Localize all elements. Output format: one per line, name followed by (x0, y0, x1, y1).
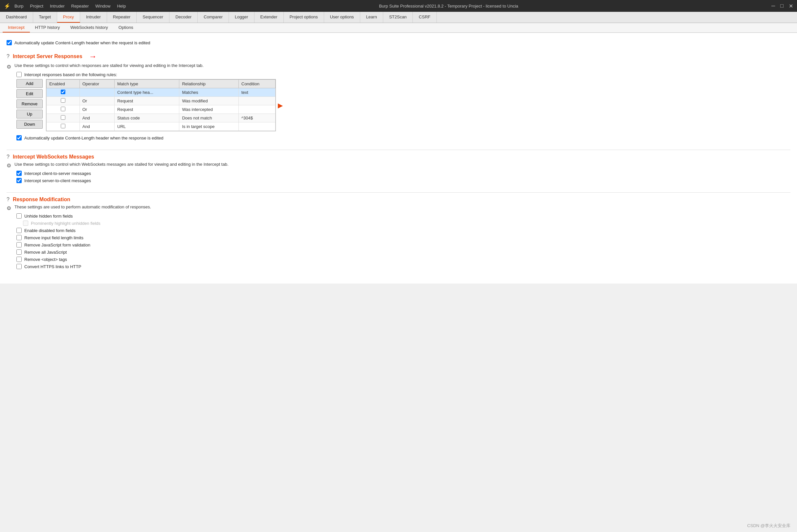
tab-proxy[interactable]: Proxy (57, 12, 80, 23)
response-mod-checkbox-6[interactable] (16, 256, 22, 262)
section-desc-intercept: Use these settings to control which resp… (15, 63, 204, 68)
action-buttons: Add Edit Remove Up Down (16, 79, 43, 129)
rules-table-area: Add Edit Remove Up Down Enabled Operator… (16, 79, 791, 131)
bottom-checkbox[interactable] (16, 135, 22, 140)
menu-help[interactable]: Help (117, 4, 126, 8)
top-checkbox-row: Automatically update Content-Length head… (6, 40, 791, 45)
title-bar-controls: ─ □ ✕ (772, 3, 793, 9)
top-checkbox[interactable] (6, 40, 12, 45)
table-row: AndURLIs in target scope (47, 122, 276, 131)
response-mod-label-1: Prominently highlight unhidden fields (31, 221, 100, 226)
menu-intruder[interactable]: Intruder (50, 4, 65, 8)
col-matchtype: Match type (115, 80, 179, 88)
response-mod-label-0: Unhide hidden form fields (24, 214, 73, 218)
section-desc-response-mod: These settings are used to perform autom… (15, 205, 151, 209)
response-mod-checkbox-7[interactable] (16, 264, 22, 269)
response-mod-checkbox-row-4: Remove JavaScript form validation (16, 242, 791, 247)
rule-relationship: Matches (179, 88, 239, 97)
tab-learn[interactable]: Learn (360, 12, 383, 23)
subtab-websockets-history[interactable]: WebSockets history (65, 23, 113, 33)
response-mod-checkbox-5[interactable] (16, 249, 22, 255)
close-button[interactable]: ✕ (789, 3, 793, 9)
intercept-rules-checkbox[interactable] (16, 72, 22, 77)
rule-operator: Or (79, 106, 114, 114)
intercept-server-responses-section: ? Intercept Server Responses → ⚙ Use the… (6, 52, 791, 140)
tab-csrf[interactable]: CSRF (413, 12, 437, 23)
subtab-intercept[interactable]: Intercept (3, 23, 30, 33)
ws-checkbox-2-row: Intercept server-to-client messages (16, 178, 791, 183)
help-icon-websockets[interactable]: ? (6, 154, 10, 160)
response-mod-label-3: Remove input field length limits (24, 235, 84, 240)
up-button[interactable]: Up (16, 110, 43, 118)
rule-enabled-checkbox-1[interactable] (61, 98, 66, 103)
rule-match-type: Status code (115, 114, 179, 122)
title-bar-menu: Burp Project Intruder Repeater Window He… (15, 4, 126, 8)
rule-condition: ^304$ (239, 114, 276, 122)
tab-logger[interactable]: Logger (229, 12, 254, 23)
rule-condition (239, 106, 276, 114)
menu-project[interactable]: Project (30, 4, 43, 8)
tab-project-options[interactable]: Project options (284, 12, 324, 23)
tab-decoder[interactable]: Decoder (169, 12, 198, 23)
tab-repeater[interactable]: Repeater (107, 12, 136, 23)
gear-icon-intercept[interactable]: ⚙ (6, 64, 11, 70)
tab-comparer[interactable]: Comparer (198, 12, 229, 23)
section-desc-websockets: Use these settings to control which WebS… (15, 162, 228, 167)
col-relationship: Relationship (179, 80, 239, 88)
ws-client-to-server-checkbox[interactable] (16, 171, 22, 176)
add-button[interactable]: Add (16, 79, 43, 88)
tab-user-options[interactable]: User options (324, 12, 360, 23)
response-mod-checkbox-row-7: Convert HTTPS links to HTTP (16, 264, 791, 269)
rules-table: Enabled Operator Match type Relationship… (46, 79, 276, 131)
response-mod-label-5: Remove all JavaScript (24, 250, 67, 255)
rule-condition: text (239, 88, 276, 97)
minimize-button[interactable]: ─ (772, 3, 775, 9)
rule-relationship: Was modified (179, 97, 239, 106)
rule-operator: And (79, 122, 114, 131)
remove-button[interactable]: Remove (16, 99, 43, 108)
response-mod-checkbox-row-2: Enable disabled form fields (16, 228, 791, 233)
subtab-http-history[interactable]: HTTP history (30, 23, 66, 33)
gear-icon-response-mod[interactable]: ⚙ (6, 205, 11, 211)
menu-repeater[interactable]: Repeater (71, 4, 89, 8)
rule-enabled-checkbox-2[interactable] (61, 107, 66, 111)
tab-sequencer[interactable]: Sequencer (136, 12, 169, 23)
response-mod-checkbox-row-3: Remove input field length limits (16, 235, 791, 240)
response-mod-checkbox-2[interactable] (16, 228, 22, 233)
response-mod-label-4: Remove JavaScript form validation (24, 243, 90, 247)
tab-extender[interactable]: Extender (255, 12, 284, 23)
ws-server-to-client-checkbox[interactable] (16, 178, 22, 183)
col-operator: Operator (79, 80, 114, 88)
response-mod-checkbox-0[interactable] (16, 213, 22, 218)
ws-client-to-server-label: Intercept client-to-server messages (24, 171, 91, 176)
rule-enabled-checkbox-3[interactable] (61, 115, 66, 120)
rule-enabled-checkbox-4[interactable] (61, 124, 66, 128)
edit-button[interactable]: Edit (16, 89, 43, 98)
subtab-options[interactable]: Options (113, 23, 138, 33)
title-bar: ⚡ Burp Project Intruder Repeater Window … (0, 0, 797, 12)
rule-operator (79, 88, 114, 97)
tab-st2scan[interactable]: ST2Scan (383, 12, 413, 23)
response-mod-checkbox-row-6: Remove <object> tags (16, 256, 791, 262)
tab-dashboard[interactable]: Dashboard (0, 12, 33, 23)
response-mod-checkboxes: Unhide hidden form fieldsProminently hig… (6, 213, 791, 269)
tab-intruder[interactable]: Intruder (80, 12, 107, 23)
intercept-rules-label: Intercept responses based on the followi… (24, 72, 117, 77)
menu-burp[interactable]: Burp (15, 4, 23, 8)
response-mod-checkbox-4[interactable] (16, 242, 22, 247)
tab-target[interactable]: Target (33, 12, 57, 23)
gear-icon-websockets[interactable]: ⚙ (6, 163, 11, 169)
help-icon-intercept[interactable]: ? (6, 54, 10, 59)
rule-condition (239, 122, 276, 131)
main-tabs: Dashboard Target Proxy Intruder Repeater… (0, 12, 797, 23)
help-icon-response-mod[interactable]: ? (6, 196, 10, 203)
maximize-button[interactable]: □ (780, 3, 783, 9)
response-mod-checkbox-row-5: Remove all JavaScript (16, 249, 791, 255)
menu-window[interactable]: Window (95, 4, 110, 8)
rule-enabled-checkbox-0[interactable] (61, 90, 66, 94)
content-area: Automatically update Content-Length head… (0, 33, 797, 284)
section-title-intercept: Intercept Server Responses (13, 54, 82, 59)
response-mod-checkbox-3[interactable] (16, 235, 22, 240)
table-arrow-indicator: ▶ (278, 101, 283, 109)
down-button[interactable]: Down (16, 120, 43, 129)
